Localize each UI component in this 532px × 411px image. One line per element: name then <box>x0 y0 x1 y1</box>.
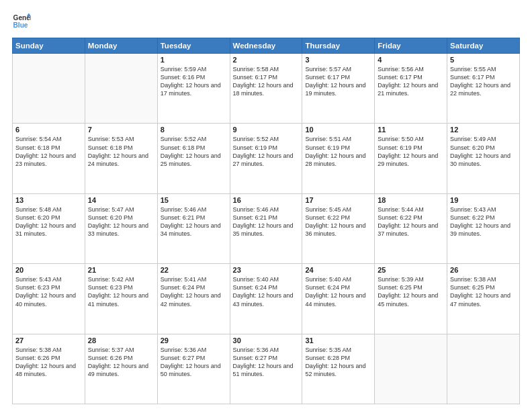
day-number: 4 <box>378 56 444 64</box>
day-info: Sunrise: 5:51 AM Sunset: 6:19 PM Dayligh… <box>305 135 371 168</box>
calendar-cell: 1Sunrise: 5:59 AM Sunset: 6:16 PM Daylig… <box>157 54 230 124</box>
calendar-cell: 8Sunrise: 5:52 AM Sunset: 6:18 PM Daylig… <box>157 124 230 193</box>
day-number: 13 <box>15 196 82 204</box>
calendar-cell: 12Sunrise: 5:49 AM Sunset: 6:20 PM Dayli… <box>447 124 520 193</box>
calendar-cell: 28Sunrise: 5:37 AM Sunset: 6:26 PM Dayli… <box>85 334 157 404</box>
calendar-cell: 25Sunrise: 5:39 AM Sunset: 6:25 PM Dayli… <box>375 264 447 334</box>
day-number: 17 <box>305 196 371 204</box>
calendar-cell: 24Sunrise: 5:40 AM Sunset: 6:24 PM Dayli… <box>302 264 375 334</box>
day-info: Sunrise: 5:44 AM Sunset: 6:22 PM Dayligh… <box>378 205 444 238</box>
calendar-cell: 18Sunrise: 5:44 AM Sunset: 6:22 PM Dayli… <box>375 193 447 263</box>
day-number: 2 <box>233 56 300 64</box>
calendar-body: 1Sunrise: 5:59 AM Sunset: 6:16 PM Daylig… <box>13 54 520 404</box>
day-info: Sunrise: 5:38 AM Sunset: 6:26 PM Dayligh… <box>15 346 82 379</box>
calendar-cell: 13Sunrise: 5:48 AM Sunset: 6:20 PM Dayli… <box>13 193 85 263</box>
day-number: 10 <box>305 126 371 134</box>
day-info: Sunrise: 5:45 AM Sunset: 6:22 PM Dayligh… <box>305 205 371 238</box>
week-row-5: 27Sunrise: 5:38 AM Sunset: 6:26 PM Dayli… <box>13 334 520 404</box>
calendar-cell: 5Sunrise: 5:55 AM Sunset: 6:17 PM Daylig… <box>447 54 520 124</box>
weekday-thursday: Thursday <box>302 38 375 54</box>
day-info: Sunrise: 5:36 AM Sunset: 6:27 PM Dayligh… <box>233 346 300 379</box>
day-info: Sunrise: 5:40 AM Sunset: 6:24 PM Dayligh… <box>305 275 371 308</box>
day-number: 9 <box>233 126 300 134</box>
calendar-cell: 26Sunrise: 5:38 AM Sunset: 6:25 PM Dayli… <box>447 264 520 334</box>
day-info: Sunrise: 5:46 AM Sunset: 6:21 PM Dayligh… <box>233 205 300 238</box>
day-number: 8 <box>161 126 227 134</box>
day-info: Sunrise: 5:38 AM Sunset: 6:25 PM Dayligh… <box>450 275 517 308</box>
day-info: Sunrise: 5:39 AM Sunset: 6:25 PM Dayligh… <box>378 275 444 308</box>
day-info: Sunrise: 5:56 AM Sunset: 6:17 PM Dayligh… <box>378 65 444 98</box>
weekday-sunday: Sunday <box>13 38 85 54</box>
day-number: 31 <box>305 336 371 345</box>
calendar-cell: 29Sunrise: 5:36 AM Sunset: 6:27 PM Dayli… <box>157 334 230 404</box>
day-info: Sunrise: 5:50 AM Sunset: 6:19 PM Dayligh… <box>378 135 444 168</box>
calendar-cell: 2Sunrise: 5:58 AM Sunset: 6:17 PM Daylig… <box>230 54 302 124</box>
day-info: Sunrise: 5:43 AM Sunset: 6:23 PM Dayligh… <box>15 275 82 308</box>
day-number: 22 <box>161 266 227 274</box>
day-number: 26 <box>450 266 517 274</box>
day-info: Sunrise: 5:53 AM Sunset: 6:18 PM Dayligh… <box>88 135 154 168</box>
day-number: 7 <box>88 126 154 134</box>
weekday-wednesday: Wednesday <box>230 38 302 54</box>
day-number: 28 <box>88 336 154 345</box>
week-row-3: 13Sunrise: 5:48 AM Sunset: 6:20 PM Dayli… <box>13 193 520 263</box>
day-info: Sunrise: 5:59 AM Sunset: 6:16 PM Dayligh… <box>161 65 227 98</box>
day-number: 27 <box>15 336 82 345</box>
svg-text:Blue: Blue <box>13 21 28 29</box>
day-info: Sunrise: 5:55 AM Sunset: 6:17 PM Dayligh… <box>450 65 517 98</box>
day-number: 29 <box>161 336 227 345</box>
weekday-friday: Friday <box>375 38 447 54</box>
day-info: Sunrise: 5:43 AM Sunset: 6:22 PM Dayligh… <box>450 205 517 238</box>
calendar-cell: 17Sunrise: 5:45 AM Sunset: 6:22 PM Dayli… <box>302 193 375 263</box>
calendar-page: General Blue SundayMondayTuesdayWednesda… <box>0 0 532 411</box>
day-info: Sunrise: 5:57 AM Sunset: 6:17 PM Dayligh… <box>305 65 371 98</box>
calendar-cell: 10Sunrise: 5:51 AM Sunset: 6:19 PM Dayli… <box>302 124 375 193</box>
day-number: 11 <box>378 126 444 134</box>
week-row-4: 20Sunrise: 5:43 AM Sunset: 6:23 PM Dayli… <box>13 264 520 334</box>
day-number: 3 <box>305 56 371 64</box>
day-info: Sunrise: 5:52 AM Sunset: 6:19 PM Dayligh… <box>233 135 300 168</box>
calendar-cell: 11Sunrise: 5:50 AM Sunset: 6:19 PM Dayli… <box>375 124 447 193</box>
calendar-cell: 9Sunrise: 5:52 AM Sunset: 6:19 PM Daylig… <box>230 124 302 193</box>
calendar-cell: 14Sunrise: 5:47 AM Sunset: 6:20 PM Dayli… <box>85 193 157 263</box>
calendar-cell: 31Sunrise: 5:35 AM Sunset: 6:28 PM Dayli… <box>302 334 375 404</box>
calendar-cell <box>375 334 447 404</box>
day-number: 5 <box>450 56 517 64</box>
day-number: 16 <box>233 196 300 204</box>
logo-icon: General Blue <box>12 12 31 31</box>
day-number: 6 <box>15 126 82 134</box>
weekday-tuesday: Tuesday <box>157 38 230 54</box>
week-row-1: 1Sunrise: 5:59 AM Sunset: 6:16 PM Daylig… <box>13 54 520 124</box>
day-info: Sunrise: 5:42 AM Sunset: 6:23 PM Dayligh… <box>88 275 154 308</box>
calendar-cell: 7Sunrise: 5:53 AM Sunset: 6:18 PM Daylig… <box>85 124 157 193</box>
calendar-cell: 22Sunrise: 5:41 AM Sunset: 6:24 PM Dayli… <box>157 264 230 334</box>
day-number: 14 <box>88 196 154 204</box>
calendar-cell: 6Sunrise: 5:54 AM Sunset: 6:18 PM Daylig… <box>13 124 85 193</box>
day-info: Sunrise: 5:41 AM Sunset: 6:24 PM Dayligh… <box>161 275 227 308</box>
calendar-cell <box>447 334 520 404</box>
weekday-monday: Monday <box>85 38 157 54</box>
week-row-2: 6Sunrise: 5:54 AM Sunset: 6:18 PM Daylig… <box>13 124 520 193</box>
day-number: 24 <box>305 266 371 274</box>
day-number: 12 <box>450 126 517 134</box>
calendar-cell: 16Sunrise: 5:46 AM Sunset: 6:21 PM Dayli… <box>230 193 302 263</box>
day-number: 23 <box>233 266 300 274</box>
calendar-cell: 21Sunrise: 5:42 AM Sunset: 6:23 PM Dayli… <box>85 264 157 334</box>
day-number: 21 <box>88 266 154 274</box>
day-number: 1 <box>161 56 227 64</box>
weekday-header-row: SundayMondayTuesdayWednesdayThursdayFrid… <box>13 38 520 54</box>
day-number: 19 <box>450 196 517 204</box>
calendar-cell: 3Sunrise: 5:57 AM Sunset: 6:17 PM Daylig… <box>302 54 375 124</box>
day-info: Sunrise: 5:46 AM Sunset: 6:21 PM Dayligh… <box>161 205 227 238</box>
day-info: Sunrise: 5:49 AM Sunset: 6:20 PM Dayligh… <box>450 135 517 168</box>
calendar-cell <box>13 54 85 124</box>
day-info: Sunrise: 5:58 AM Sunset: 6:17 PM Dayligh… <box>233 65 300 98</box>
day-info: Sunrise: 5:54 AM Sunset: 6:18 PM Dayligh… <box>15 135 82 168</box>
calendar-cell: 4Sunrise: 5:56 AM Sunset: 6:17 PM Daylig… <box>375 54 447 124</box>
calendar-cell: 30Sunrise: 5:36 AM Sunset: 6:27 PM Dayli… <box>230 334 302 404</box>
day-info: Sunrise: 5:35 AM Sunset: 6:28 PM Dayligh… <box>305 346 371 379</box>
day-info: Sunrise: 5:36 AM Sunset: 6:27 PM Dayligh… <box>161 346 227 379</box>
day-info: Sunrise: 5:47 AM Sunset: 6:20 PM Dayligh… <box>88 205 154 238</box>
calendar-cell: 19Sunrise: 5:43 AM Sunset: 6:22 PM Dayli… <box>447 193 520 263</box>
day-info: Sunrise: 5:40 AM Sunset: 6:24 PM Dayligh… <box>233 275 300 308</box>
